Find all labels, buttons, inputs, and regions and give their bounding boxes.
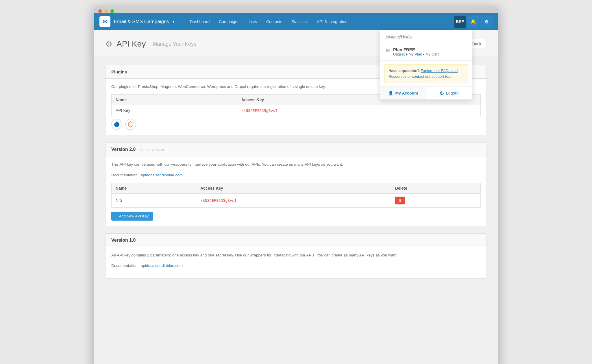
access-key-value: zkNSCEF8635gBvsI [241,108,278,113]
magento-icon-btn[interactable] [125,119,136,130]
plugins-title: Plugins [111,69,127,74]
version2-section: Version 2.0 Latest version This API key … [105,143,487,226]
main-nav: Dashboard Campaigns Lists Contacts Stati… [186,18,454,26]
version1-doc-label: Documentation : [111,263,140,268]
version1-header: Version 1.0 [106,234,486,247]
v2-col-name: Name [112,183,196,193]
page-title-area: ⚙ API Key Manage Your Keys [105,39,196,49]
plan-name: Plan FREE [393,47,439,52]
navbar-right: BSF 🔔 ⚙ [454,16,493,28]
version1-doc: Documentation : apidocs.sendinblue.com [111,263,481,269]
envelope-icon: ✉ [386,48,390,53]
version1-title: Version 1.0 [111,238,136,243]
faq-section: Have a question? Explore our FAQs and Re… [384,64,468,83]
page-title-icon: ⚙ [105,39,112,49]
page-title: API Key [116,39,146,49]
support-link[interactable]: contact our support team. [412,74,454,79]
nav-api-integration[interactable]: API & Integration [313,18,352,26]
question-or: or [408,74,412,79]
bell-button[interactable]: 🔔 [467,16,479,28]
upgrade-link[interactable]: Upgrade My Plan [393,52,422,56]
dropdown-actions: 👤 My Account ⏻ Logout [380,86,472,99]
nav-contacts[interactable]: Contacts [262,18,286,26]
bsf-button[interactable]: BSF [454,16,466,28]
version2-tag: Latest version [140,147,164,152]
v2-access-key: zkNSCEF8635gBvsI [200,198,236,203]
plugins-row-name: API Key [112,105,237,116]
nav-lists[interactable]: Lists [245,18,261,26]
brand-label: Email & SMS Campaigns [114,19,169,25]
page-subtitle: Manage Your Keys [153,41,196,47]
v2-row-key: zkNSCEF8635gBvsI [196,193,391,207]
version2-title: Version 2.0 [111,147,136,152]
version2-body: This API key can be used with our wrappe… [106,156,486,226]
drupal-icon-btn[interactable] [111,119,122,130]
version1-body: An API key contains 2 parameters: one ac… [106,247,486,279]
logout-label: Logout [446,91,458,95]
window-chrome [94,6,498,13]
version2-table-body: N°2 zkNSCEF8635gBvsI 🗑 [112,193,481,207]
user-email: elvinag@bsf.io [380,30,472,43]
plan-details: Plan FREE Upgrade My Plan - My Cart [393,47,439,56]
plan-section: ✉ Plan FREE Upgrade My Plan - My Cart [380,43,472,61]
gear-button[interactable]: ⚙ [480,16,493,28]
plan-links: Upgrade My Plan - My Cart [393,52,439,56]
plan-separator: - [423,52,426,56]
nav-dashboard[interactable]: Dashboard [186,18,214,26]
brand-icon: ✉ [99,16,110,27]
logout-button[interactable]: ⏻ Logout [426,87,472,99]
my-account-label: My Account [395,91,418,95]
nav-statistics[interactable]: Statistics [287,18,312,26]
user-dropdown: elvinag@bsf.io ✉ Plan FREE Upgrade My Pl… [380,30,472,100]
add-api-key-button[interactable]: + Add New API Key [111,212,153,221]
version2-table: Name Access Key Delete N°2 zkNSCEF8635gB… [111,183,481,208]
my-account-icon: 👤 [388,91,393,95]
version2-header-row: Name Access Key Delete [112,183,481,193]
navbar: ✉ Email & SMS Campaigns ▾ Dashboard Camp… [94,13,498,30]
v2-col-key: Access Key [196,183,391,193]
close-button[interactable] [98,9,102,13]
version2-doc-link[interactable]: apidocs.sendinblue.com [141,173,183,177]
maximize-button[interactable] [110,9,114,13]
version1-section: Version 1.0 An API key contains 2 parame… [105,233,487,279]
brand-dropdown-icon: ▾ [173,20,174,24]
version2-doc-label: Documentation : [111,173,140,177]
table-row: API Key zkNSCEF8635gBvsI [112,105,481,116]
plugin-icons [111,119,481,130]
delete-key-button[interactable]: 🗑 [395,197,405,204]
plugins-row-key: zkNSCEF8635gBvsI [237,105,480,116]
minimize-button[interactable] [104,9,108,13]
nav-campaigns[interactable]: Campaigns [215,18,243,26]
v2-row-name: N°2 [112,193,196,207]
version1-doc-link[interactable]: apidocs.sendinblue.com [141,263,183,268]
version2-table-head: Name Access Key Delete [112,183,481,193]
version1-description: An API key contains 2 parameters: one ac… [111,252,481,258]
cart-link[interactable]: My Cart [426,52,439,56]
plugins-col-name: Name [112,95,237,105]
version2-doc: Documentation : apidocs.sendinblue.com [111,172,481,178]
v2-row-delete: 🗑 [391,193,480,207]
brand-logo[interactable]: ✉ Email & SMS Campaigns ▾ [99,16,174,27]
version2-header: Version 2.0 Latest version [106,143,486,156]
v2-col-delete: Delete [391,183,480,193]
my-account-button[interactable]: 👤 My Account [380,87,426,99]
plugins-table-body: API Key zkNSCEF8635gBvsI [112,105,481,116]
question-text: Have a question? [388,69,420,73]
table-row: N°2 zkNSCEF8635gBvsI 🗑 [112,193,481,207]
version2-description: This API key can be used with our wrappe… [111,162,481,167]
logout-icon: ⏻ [440,91,444,95]
